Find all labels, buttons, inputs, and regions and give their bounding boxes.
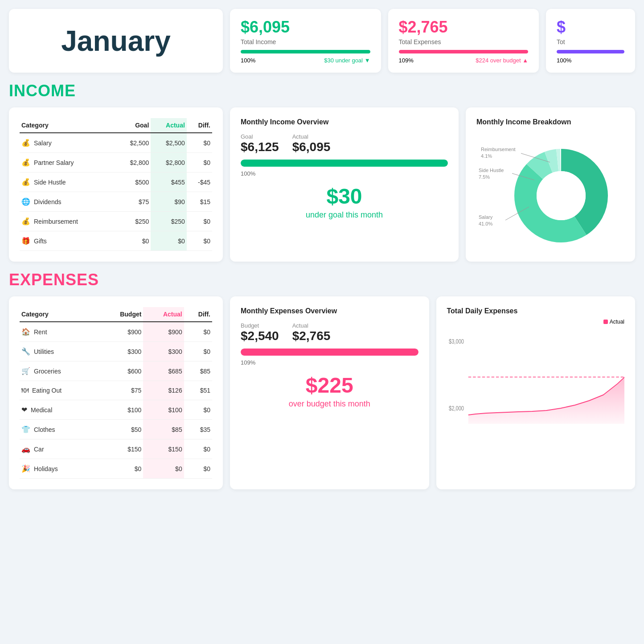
expenses-table-row: 🍽 Eating Out $75 $126 $51 [20,381,212,400]
svg-text:$3,000: $3,000 [448,338,464,345]
income-table-header-row: Category Goal Actual Diff. [20,118,212,133]
income-cat-icon-2: 💰 [21,178,30,186]
expenses-progress-track [399,50,529,53]
income-breakdown-title: Monthly Income Breakdown [476,118,624,126]
expenses-table-row: 🏠 Rent $900 $900 $0 [20,322,212,342]
exp-cell-category-1: 🔧 Utilities [20,342,98,361]
income-overview-pct: 100% [241,170,448,177]
exp-cell-budget-7: $0 [98,459,143,479]
svg-text:4.1%: 4.1% [481,153,492,159]
expenses-actual-label: Actual [292,322,331,329]
expenses-overview-card: Monthly Expenses Overview Budget $2,540 … [230,296,429,489]
daily-expenses-title: Total Daily Expenses [447,307,625,315]
income-table-row: 🌐 Dividends $75 $90 $15 [20,192,212,212]
income-diff-text: under goal this month [241,210,448,220]
expenses-content-row: Category Budget Actual Diff. 🏠 Rent $900… [9,296,635,489]
expenses-table-row: 🎉 Holidays $0 $0 $0 [20,459,212,479]
exp-cell-actual-2: $685 [143,361,184,381]
expenses-overview-title: Monthly Expenses Overview [241,307,418,315]
daily-expenses-svg: $3,000 $2,000 [447,330,625,428]
savings-progress-fill [557,50,624,53]
income-cell-diff-3: $15 [187,192,212,212]
exp-cell-diff-4: $0 [184,400,212,420]
month-title: January [61,25,170,57]
expenses-overview-pct: 109% [241,359,418,366]
exp-cat-name-0: Rent [34,328,47,336]
expenses-table-body: 🏠 Rent $900 $900 $0 🔧 Utilities $300 $30… [20,322,212,479]
income-cell-actual-4: $250 [151,212,187,231]
income-meta-text: $30 under goal ▼ [324,57,370,64]
income-overview-title: Monthly Income Overview [241,118,448,126]
income-table-row: 💰 Salary $2,500 $2,500 $0 [20,133,212,153]
income-cell-goal-3: $75 [115,192,151,212]
expenses-table-card: Category Budget Actual Diff. 🏠 Rent $900… [9,296,223,489]
expenses-amount: $2,765 [399,18,529,37]
income-diff-amount: $30 [241,184,448,209]
exp-cat-name-2: Groceries [34,368,61,375]
expenses-table-head: Category Budget Actual Diff. [20,307,212,322]
expenses-meta-text: $224 over budget ▲ [476,57,528,64]
exp-cell-actual-7: $0 [143,459,184,479]
income-cat-name-4: Reimbursement [34,218,78,225]
daily-expenses-chart-card: Total Daily Expenses Actual $3,000 $2,00… [436,296,636,489]
expenses-overview-panel: Monthly Expenses Overview Budget $2,540 … [230,296,635,489]
legend-actual-label: Actual [610,319,624,325]
exp-cell-diff-5: $35 [184,420,212,439]
exp-cell-actual-3: $126 [143,381,184,400]
exp-cell-budget-3: $75 [98,381,143,400]
income-table: Category Goal Actual Diff. 💰 Salary $2,5… [20,118,212,251]
income-table-head: Category Goal Actual Diff. [20,118,212,133]
header-row: January $6,095 Total Income 100% $30 und… [9,9,635,73]
income-cat-name-5: Gifts [34,238,47,245]
exp-cell-actual-1: $300 [143,342,184,361]
expenses-diff-text: over budget this month [241,399,418,409]
expenses-table: Category Budget Actual Diff. 🏠 Rent $900… [20,307,212,479]
income-goal-amount: $6,125 [241,140,279,154]
income-cat-icon-3: 🌐 [21,197,30,206]
exp-cell-actual-6: $150 [143,439,184,459]
income-goal-label: Goal [241,133,279,140]
income-actual-amount: $6,095 [292,140,331,154]
svg-text:$2,000: $2,000 [448,405,464,412]
expenses-budget-item: Budget $2,540 [241,322,279,343]
exp-cat-name-5: Clothes [34,426,55,433]
income-cell-category-4: 💰 Reimbursement [20,212,115,231]
income-cat-name-1: Partner Salary [34,159,74,166]
exp-cell-category-4: ❤ Medical [20,400,98,420]
savings-label: Tot [557,38,624,45]
income-table-card: Category Goal Actual Diff. 💰 Salary $2,5… [9,107,223,262]
income-content-row: Category Goal Actual Diff. 💰 Salary $2,5… [9,107,635,262]
exp-cat-name-1: Utilities [34,348,54,355]
expenses-budget-amount: $2,540 [241,329,279,343]
exp-cell-diff-1: $0 [184,342,212,361]
exp-cell-diff-6: $0 [184,439,212,459]
income-cell-diff-1: $0 [187,153,212,172]
expenses-actual-amount: $2,765 [292,329,331,343]
exp-cell-diff-0: $0 [184,322,212,342]
income-cat-icon-0: 💰 [21,139,30,147]
income-cat-name-2: Side Hustle [34,179,66,186]
income-amount: $6,095 [241,18,370,37]
income-table-row: 💰 Side Hustle $500 $455 -$45 [20,172,212,192]
income-breakdown-card: Monthly Income Breakdown [466,107,635,262]
exp-cell-actual-5: $85 [143,420,184,439]
savings-amount: $ [557,18,624,37]
exp-cat-icon-2: 🛒 [21,367,30,375]
exp-cat-name-7: Holidays [34,465,58,472]
income-table-body: 💰 Salary $2,500 $2,500 $0 💰 Partner Sala… [20,133,212,251]
income-cat-icon-1: 💰 [21,158,30,167]
income-donut-chart: Reimbursement 4.1% Side Hustle 7.5% Sala… [476,133,610,249]
expenses-section-header: EXPENSES [9,271,635,289]
income-cat-name-3: Dividends [34,198,61,205]
exp-cat-name-6: Car [34,446,44,453]
income-cell-actual-2: $455 [151,172,187,192]
exp-cell-budget-4: $100 [98,400,143,420]
exp-cell-category-2: 🛒 Groceries [20,361,98,381]
expenses-pct: 109% [399,57,414,64]
exp-col-actual: Actual [143,307,184,322]
income-col-actual: Actual [151,118,187,133]
income-overview-fill [241,160,448,167]
month-card: January [9,9,223,73]
income-section-header: INCOME [9,82,635,100]
exp-col-budget: Budget [98,307,143,322]
